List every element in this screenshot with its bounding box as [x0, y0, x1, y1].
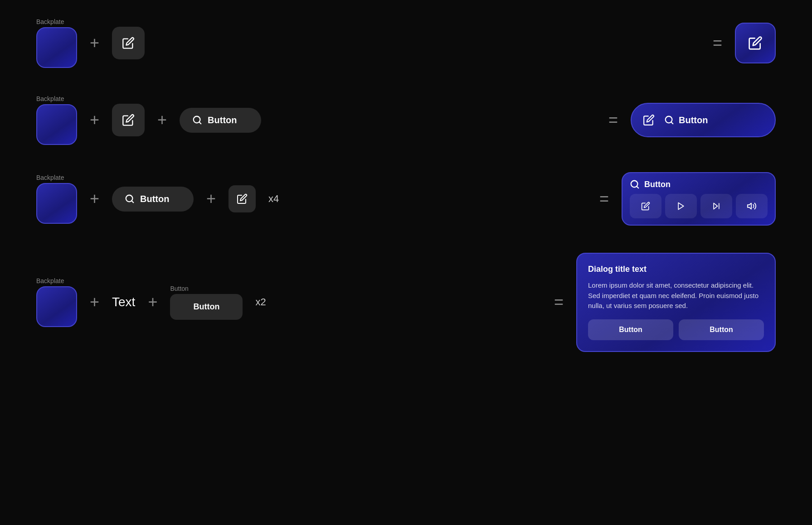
result-2-button-text: Button: [679, 115, 708, 125]
result-3-bottom: [630, 194, 768, 218]
result-2-search-area: Button: [664, 115, 708, 125]
row-1: Backplate + =: [36, 18, 776, 68]
operator-3-2: +: [206, 189, 216, 208]
backplate-group-2: Backplate: [36, 95, 77, 145]
edit-icon-btn-3[interactable]: [229, 185, 256, 212]
backplate-group-1: Backplate: [36, 18, 77, 68]
svg-line-5: [131, 201, 133, 202]
result-2-edit-icon: [639, 110, 659, 130]
result-3-top: Button: [630, 179, 768, 189]
equals-2: =: [608, 111, 618, 130]
backplate-group-4: Backplate: [36, 277, 77, 327]
search-pill-text-2: Button: [208, 115, 237, 125]
multiplier-3: x4: [268, 193, 279, 205]
operator-2-2: +: [157, 111, 167, 130]
backplate-label-1: Backplate: [36, 18, 64, 25]
equals-1: =: [713, 34, 722, 53]
svg-marker-8: [678, 203, 684, 210]
svg-marker-11: [748, 203, 751, 209]
svg-line-3: [671, 122, 673, 124]
result-3: Button: [622, 172, 776, 226]
dialog-btn-2[interactable]: Button: [679, 319, 764, 340]
search-pill-text-3: Button: [140, 194, 169, 204]
backplate-label-3: Backplate: [36, 174, 64, 181]
svg-line-7: [637, 186, 638, 188]
edit-icon-btn-1[interactable]: [112, 27, 145, 59]
dialog-buttons: Button Button: [588, 319, 764, 340]
result-3-icon-forward[interactable]: [700, 194, 732, 218]
result-3-icon-edit[interactable]: [630, 194, 661, 218]
equals-3: =: [599, 189, 609, 208]
equals-4: =: [554, 293, 564, 312]
backplate-label-4: Backplate: [36, 277, 64, 284]
result-3-button-text: Button: [644, 180, 671, 189]
multiplier-4: x2: [255, 296, 266, 308]
search-pill-3[interactable]: Button: [112, 187, 194, 212]
backplate-4: [36, 286, 77, 327]
dialog-body: Lorem ipsum dolor sit amet, consectetur …: [588, 280, 764, 311]
dialog-btn-1[interactable]: Button: [588, 319, 673, 340]
row-3: Backplate + Button + x4 =: [36, 172, 776, 226]
operator-2-1: +: [90, 111, 99, 130]
backplate-group-3: Backplate: [36, 174, 77, 224]
backplate-1: [36, 27, 77, 68]
backplate-3: [36, 183, 77, 224]
result-1: [735, 23, 776, 63]
result-3-icon-volume[interactable]: [736, 194, 768, 218]
operator-4-2: +: [148, 293, 157, 312]
row-2: Backplate + + Button =: [36, 95, 776, 145]
operator-1-1: +: [90, 34, 99, 53]
result-3-icon-play[interactable]: [665, 194, 697, 218]
button-group-4: Button Button: [170, 285, 243, 320]
backplate-2: [36, 104, 77, 145]
svg-marker-9: [714, 203, 717, 209]
edit-icon-btn-2[interactable]: [112, 104, 145, 136]
text-element-4: Text: [112, 295, 135, 309]
dialog-title: Dialog title text: [588, 265, 764, 274]
row-4: Backplate + Text + Button Button x2 = Di…: [36, 253, 776, 352]
backplate-label-2: Backplate: [36, 95, 64, 102]
result-4-dialog: Dialog title text Lorem ipsum dolor sit …: [576, 253, 776, 352]
dark-button-4[interactable]: Button: [170, 294, 243, 320]
search-pill-2[interactable]: Button: [180, 108, 261, 133]
button-label-4: Button: [170, 285, 188, 292]
operator-4-1: +: [90, 293, 99, 312]
operator-3-1: +: [90, 189, 99, 208]
result-2: Button: [631, 103, 776, 137]
svg-line-1: [199, 122, 201, 124]
